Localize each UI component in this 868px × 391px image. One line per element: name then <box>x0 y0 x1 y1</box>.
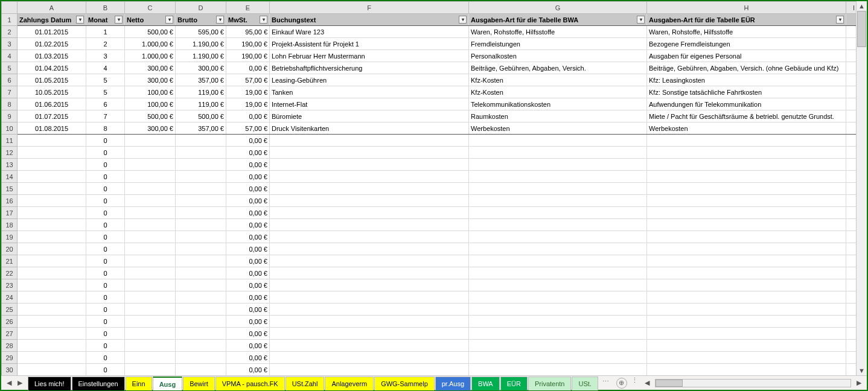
cell[interactable]: 2 <box>86 38 125 50</box>
cell[interactable] <box>647 159 846 171</box>
cell[interactable] <box>647 231 846 243</box>
cell[interactable] <box>18 255 86 267</box>
cell[interactable]: 0,00 € <box>226 183 270 195</box>
cell[interactable]: Kfz-Kosten <box>469 86 647 98</box>
cell[interactable] <box>270 243 469 255</box>
cell[interactable]: 0,00 € <box>226 62 270 74</box>
cell[interactable] <box>125 195 176 207</box>
cell[interactable]: 0,00 € <box>226 255 270 267</box>
cell[interactable]: 0 <box>86 219 125 231</box>
filter-dropdown-icon[interactable]: ▾ <box>115 16 123 24</box>
cell[interactable]: 500,00 € <box>125 26 176 38</box>
vertical-scroll-thumb[interactable] <box>857 11 866 47</box>
cell[interactable]: Waren, Rohstoffe, Hilfsstoffe <box>469 26 647 38</box>
cell[interactable]: 3 <box>86 50 125 62</box>
cell[interactable]: 01.04.2015 <box>18 62 86 74</box>
scroll-up-icon[interactable]: ▲ <box>857 1 867 11</box>
column-header-E[interactable]: E <box>226 2 270 14</box>
filter-dropdown-icon[interactable]: ▾ <box>76 16 84 24</box>
row-header[interactable]: 7 <box>2 86 18 98</box>
cell[interactable]: 300,00 € <box>125 62 176 74</box>
cell[interactable] <box>846 26 857 38</box>
cell[interactable] <box>18 207 86 219</box>
cell[interactable] <box>469 352 647 364</box>
cell[interactable] <box>176 340 226 352</box>
cell[interactable] <box>647 183 846 195</box>
filter-dropdown-icon[interactable]: ▾ <box>216 16 224 24</box>
cell[interactable]: 1 <box>86 26 125 38</box>
row-header[interactable]: 10 <box>2 122 18 135</box>
spreadsheet-grid[interactable]: ABCDEFGHI 1Zahlungs Datum▾Monat▾Netto▾Br… <box>1 1 856 375</box>
cell[interactable] <box>176 316 226 328</box>
cell[interactable] <box>469 147 647 159</box>
cell[interactable]: 0 <box>86 352 125 364</box>
cell[interactable] <box>18 171 86 183</box>
row-header[interactable]: 25 <box>2 304 18 316</box>
horizontal-scroll-thumb[interactable] <box>656 380 683 387</box>
row-header[interactable]: 21 <box>2 255 18 267</box>
cell[interactable]: 300,00 € <box>125 122 176 135</box>
cell[interactable]: 0,00 € <box>226 340 270 352</box>
cell[interactable]: 01.01.2015 <box>18 26 86 38</box>
cell[interactable]: 357,00 € <box>176 122 226 135</box>
cell[interactable] <box>647 219 846 231</box>
tab-nav-next-icon[interactable]: ▶ <box>16 379 24 387</box>
cell[interactable]: 500,00 € <box>176 110 226 122</box>
cell[interactable] <box>846 171 857 183</box>
cell[interactable] <box>18 364 86 376</box>
cell[interactable]: 0,00 € <box>226 110 270 122</box>
cell[interactable]: Waren, Rohstoffe, Hilfsstoffe <box>647 26 846 38</box>
cell[interactable] <box>176 304 226 316</box>
cell[interactable] <box>270 352 469 364</box>
cell[interactable] <box>846 38 857 50</box>
cell[interactable]: Kfz: Sonstige tatsächliche Fahrtkosten <box>647 86 846 98</box>
row-header[interactable]: 1 <box>2 14 18 26</box>
cell[interactable] <box>176 147 226 159</box>
row-header[interactable]: 22 <box>2 267 18 279</box>
vertical-scrollbar[interactable]: ▲ ▼ <box>856 1 867 375</box>
row-header[interactable]: 13 <box>2 159 18 171</box>
cell[interactable] <box>270 316 469 328</box>
cell[interactable] <box>647 352 846 364</box>
cell[interactable] <box>469 364 647 376</box>
cell[interactable] <box>846 62 857 74</box>
header-ausgaben-eur[interactable]: Ausgaben-Art für die Tabelle EÜR▾ <box>647 14 846 26</box>
cell[interactable] <box>846 328 857 340</box>
more-tabs-icon[interactable]: ⋯ <box>599 376 613 390</box>
cell[interactable]: Einkauf Ware 123 <box>270 26 469 38</box>
cell[interactable] <box>18 219 86 231</box>
cell[interactable] <box>270 135 469 147</box>
cell[interactable] <box>176 135 226 147</box>
cell[interactable]: 357,00 € <box>176 74 226 86</box>
cell[interactable] <box>469 207 647 219</box>
cell[interactable] <box>270 304 469 316</box>
sheet-tab[interactable]: Lies mich! <box>28 377 71 390</box>
cell[interactable] <box>846 304 857 316</box>
cell[interactable] <box>846 340 857 352</box>
cell[interactable]: Druck Visitenkarten <box>270 122 469 135</box>
cell[interactable]: 0,00 € <box>226 231 270 243</box>
cell[interactable]: 190,00 € <box>226 50 270 62</box>
cell[interactable] <box>270 147 469 159</box>
row-header[interactable]: 5 <box>2 62 18 74</box>
cell[interactable]: 0,00 € <box>226 328 270 340</box>
cell[interactable] <box>846 219 857 231</box>
cell[interactable] <box>647 304 846 316</box>
sheet-tab[interactable]: Privatentn <box>528 377 572 390</box>
cell[interactable]: 0 <box>86 267 125 279</box>
cell[interactable] <box>18 267 86 279</box>
cell[interactable] <box>176 267 226 279</box>
row-header[interactable]: 17 <box>2 207 18 219</box>
row-header[interactable]: 24 <box>2 291 18 304</box>
cell[interactable] <box>846 207 857 219</box>
cell[interactable] <box>846 231 857 243</box>
cell[interactable] <box>176 255 226 267</box>
cell[interactable]: 1.190,00 € <box>176 38 226 50</box>
cell[interactable] <box>469 291 647 304</box>
row-header[interactable]: 20 <box>2 243 18 255</box>
cell[interactable] <box>270 231 469 243</box>
row-header[interactable]: 28 <box>2 340 18 352</box>
cell[interactable] <box>18 231 86 243</box>
cell[interactable] <box>469 195 647 207</box>
cell[interactable]: 595,00 € <box>176 26 226 38</box>
